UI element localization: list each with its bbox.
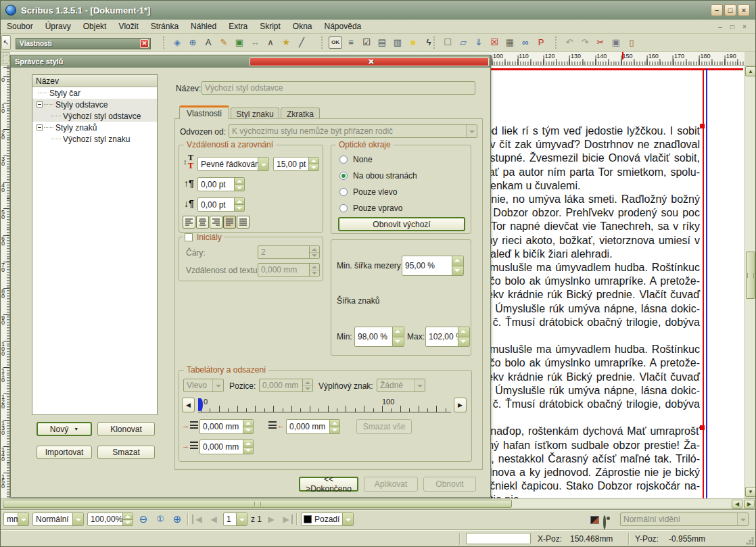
done-button[interactable]: << >Dokončeno <box>299 477 358 492</box>
tab-align-select[interactable]: Vlevo <box>183 379 224 392</box>
align-force-justify-button[interactable] <box>237 216 250 229</box>
pdf-list-box-icon[interactable]: ▥ <box>391 36 404 49</box>
scroll-left-icon[interactable]: ◀ <box>732 500 742 508</box>
link-text-frames-icon[interactable]: ↔ <box>248 36 262 49</box>
tree-expander-icon[interactable] <box>37 124 43 130</box>
scroll-up-icon[interactable]: ▲ <box>745 66 756 76</box>
scroll-right-icon[interactable]: ▶ <box>744 500 755 508</box>
align-left-button[interactable] <box>183 216 195 229</box>
space-below-spinner[interactable]: 0,00 pt <box>197 197 245 212</box>
mdi-minimize-icon[interactable]: – <box>715 22 726 32</box>
optical-margin-radio[interactable] <box>339 156 348 164</box>
menu-objekt[interactable]: Objekt <box>77 20 113 32</box>
cut-icon[interactable]: ✂ <box>594 36 607 49</box>
tree-item[interactable]: Výchozí styl odstavce <box>32 110 157 122</box>
based-on-select[interactable]: K výchozímu stylu nemůže být přiřazen ro… <box>229 124 477 138</box>
open-document-icon[interactable]: ▱ <box>456 36 470 49</box>
min-space-spinner[interactable]: 95,00 % <box>402 256 464 276</box>
tree-item[interactable]: Styly odstavce <box>32 99 157 110</box>
dropcaps-lines-spinner[interactable]: 2 <box>258 245 320 259</box>
zoom-100-icon[interactable]: ① <box>153 513 167 526</box>
tree-expander-icon[interactable] <box>37 101 43 108</box>
align-center-button[interactable] <box>196 216 209 229</box>
scroll-down-icon[interactable]: ▼ <box>745 487 756 497</box>
pdf-export-icon[interactable]: P <box>534 36 548 49</box>
vertical-scroll-thumb[interactable] <box>746 252 755 299</box>
menu-úpravy[interactable]: Úpravy <box>39 20 77 32</box>
window-close-button[interactable]: × <box>738 4 750 16</box>
left-indent-spinner[interactable]: 0,000 mm <box>199 419 254 434</box>
dropcaps-checkbox[interactable] <box>185 233 193 241</box>
close-document-icon[interactable]: ☒ <box>488 36 501 49</box>
zoom-in-icon[interactable]: ⊕ <box>170 513 184 526</box>
unit-select[interactable]: mm <box>3 513 29 526</box>
fill-char-select[interactable]: Žádné <box>377 379 425 392</box>
ruler-scroll-right-button[interactable]: ▶ <box>454 398 467 412</box>
window-maximize-button[interactable]: □ <box>724 4 736 16</box>
select-tool-button[interactable]: ↖ <box>1 35 11 50</box>
pdf-text-field-icon[interactable]: ≡ <box>344 36 358 49</box>
line-spacing-value-spinner[interactable]: 15,00 pt <box>273 157 319 171</box>
tab-styl-znaku[interactable]: Styl znaku <box>231 108 279 119</box>
new-style-button[interactable]: Nový▼ <box>37 422 92 436</box>
insert-image-frame-icon[interactable]: ▣ <box>233 36 246 49</box>
print-icon[interactable]: ▦ <box>503 36 517 49</box>
tree-item[interactable]: Styly znaků <box>32 122 157 133</box>
menu-vložit[interactable]: Vložit <box>112 20 144 32</box>
save-document-icon[interactable]: ⇓ <box>472 36 486 49</box>
pdf-text-annotation-icon[interactable]: ■ <box>406 36 420 49</box>
menu-nápověda[interactable]: Nápověda <box>318 20 368 32</box>
copy-properties-icon[interactable]: ★ <box>279 36 293 49</box>
ruler-origin-box[interactable] <box>1 52 10 66</box>
right-indent-spinner[interactable]: 0,000 mm <box>286 419 340 434</box>
tab-zkratka[interactable]: Zkratka <box>281 108 320 119</box>
tab-vlastnosti[interactable]: Vlastnosti <box>179 105 229 119</box>
story-editor-icon[interactable]: ✎ <box>217 36 231 49</box>
preview-mode-eye-icon[interactable] <box>603 515 606 529</box>
align-justify-button[interactable] <box>223 216 236 229</box>
redo-icon[interactable]: ↷ <box>578 36 592 49</box>
align-right-button[interactable] <box>210 216 222 229</box>
clear-all-button[interactable]: Smazat vše <box>356 419 412 434</box>
vision-mode-select[interactable]: Normální vidění <box>620 513 749 526</box>
mdi-close-icon[interactable]: × <box>739 22 750 32</box>
last-page-icon[interactable]: ▶ <box>281 515 293 524</box>
dialog-titlebar[interactable]: Správce stylů ✕ <box>11 55 490 68</box>
page-number-select[interactable]: 1 <box>223 513 247 526</box>
window-minimize-button[interactable]: – <box>711 4 723 16</box>
measurements-icon[interactable]: ∧ <box>264 36 277 49</box>
apply-button[interactable]: Aplikovat <box>364 477 418 492</box>
reset-default-button[interactable]: Obnovit výchozí <box>338 217 465 231</box>
zoom-level-spinner[interactable]: 100,00% <box>87 513 133 526</box>
edit-contents-icon[interactable]: A <box>202 36 215 49</box>
style-name-field[interactable]: Výchozí styl odstavce <box>202 81 475 95</box>
glyph-max-spinner[interactable]: 102,00 % <box>425 327 470 347</box>
dialog-close-icon[interactable]: ✕ <box>250 57 490 66</box>
space-above-spinner[interactable]: 0,00 pt <box>197 177 245 191</box>
zoom-out-icon[interactable]: ⊖ <box>137 513 150 526</box>
first-page-icon[interactable]: ◀ <box>192 515 204 524</box>
pdf-combo-box-icon[interactable]: ▤ <box>375 36 389 49</box>
zoom-icon[interactable]: ⊕ <box>186 36 199 49</box>
pdf-push-button-icon[interactable]: OK <box>329 37 342 49</box>
undo-icon[interactable]: ↶ <box>563 36 576 49</box>
tab-ruler-marker[interactable] <box>198 398 203 411</box>
first-line-indent-spinner[interactable]: 0,000 mm <box>199 439 254 454</box>
ruler-scroll-left-button[interactable]: ◀ <box>182 398 195 412</box>
layer-select[interactable]: Pozadí <box>301 513 354 526</box>
line-spacing-mode-select[interactable]: Pevné řádkování <box>197 157 269 171</box>
menu-stránka[interactable]: Stránka <box>145 20 185 32</box>
properties-palette-titlebar[interactable]: Vlastnosti ✕ <box>16 38 151 49</box>
menu-extra[interactable]: Extra <box>222 20 254 32</box>
tree-item[interactable]: Výchozí styl znaku <box>32 133 157 145</box>
next-page-icon[interactable]: ▶ <box>265 515 277 524</box>
clone-style-button[interactable]: Klonovat <box>97 422 155 436</box>
horizontal-scroll-thumb[interactable] <box>3 500 512 508</box>
new-document-icon[interactable]: ☐ <box>441 36 454 49</box>
quality-select[interactable]: Normální <box>32 513 84 526</box>
horizontal-scrollbar[interactable]: ◀ ▶ <box>1 498 756 509</box>
image-preview-icon[interactable] <box>590 516 599 524</box>
delete-style-button[interactable]: Smazat <box>97 446 155 459</box>
menu-soubor[interactable]: Soubor <box>1 20 39 32</box>
paste-icon[interactable]: ▯ <box>625 36 638 49</box>
